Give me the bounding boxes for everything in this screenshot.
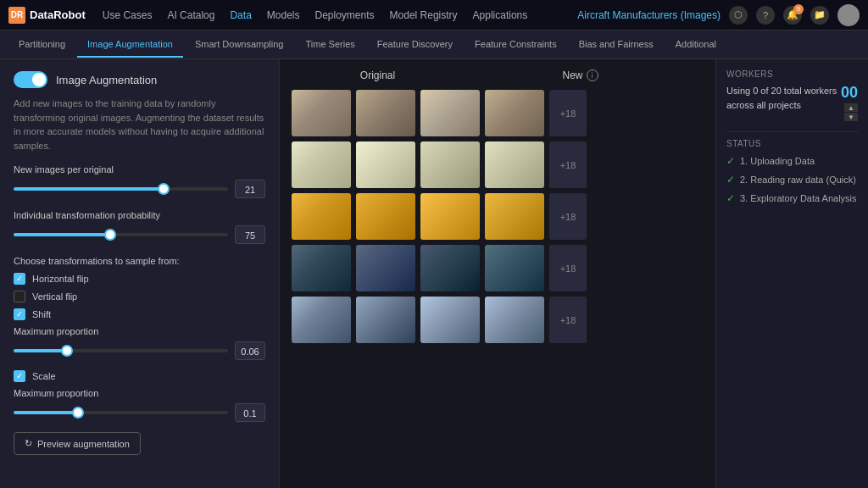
status-check-2: ✓ bbox=[726, 174, 735, 186]
new-images-group: New images per original 21 bbox=[14, 164, 265, 198]
new-image-5-3 bbox=[485, 297, 544, 343]
individual-prob-label: Individual transformation probability bbox=[14, 210, 265, 220]
nav-applications[interactable]: Applications bbox=[473, 9, 528, 21]
status-label-1: 1. Uploading Data bbox=[740, 156, 815, 166]
new-image-3-1 bbox=[356, 193, 415, 240]
individual-prob-fill bbox=[14, 233, 110, 236]
workers-down-arrow[interactable]: ▼ bbox=[844, 113, 858, 121]
left-panel: Image Augmentation Add new images to the… bbox=[0, 59, 280, 488]
nav-items: Use Cases AI Catalog Data Models Deploym… bbox=[103, 9, 578, 21]
check-icon: ✓ bbox=[16, 274, 23, 283]
logo-icon: DR bbox=[8, 7, 25, 24]
tab-partitioning[interactable]: Partitioning bbox=[8, 32, 75, 58]
status-section-label: STATUS bbox=[726, 139, 858, 148]
preview-btn-label: Preview augmentation bbox=[37, 439, 130, 449]
individual-prob-slider[interactable] bbox=[14, 233, 228, 236]
plus-badge-1: +18 bbox=[549, 90, 587, 136]
vertical-flip-label: Vertical flip bbox=[32, 291, 77, 302]
logo-text: DataRobot bbox=[30, 8, 86, 21]
individual-prob-thumb[interactable] bbox=[104, 229, 116, 241]
tab-feature-constraints[interactable]: Feature Constraints bbox=[465, 32, 567, 58]
shift-max-value[interactable]: 0.06 bbox=[235, 341, 265, 360]
nav-model-registry[interactable]: Model Registry bbox=[390, 9, 458, 21]
preview-augmentation-button[interactable]: ↻ Preview augmentation bbox=[14, 432, 141, 455]
scale-checkbox[interactable]: ✓ bbox=[14, 370, 25, 382]
shift-max-slider-row: 0.06 bbox=[14, 341, 265, 360]
new-images-thumb[interactable] bbox=[158, 183, 170, 195]
grid-header-original: Original bbox=[295, 69, 460, 81]
new-images-value[interactable]: 21 bbox=[235, 180, 265, 198]
grid-header: Original New i bbox=[292, 69, 704, 81]
nav-use-cases[interactable]: Use Cases bbox=[103, 9, 153, 21]
individual-prob-value[interactable]: 75 bbox=[235, 225, 265, 244]
nav-data[interactable]: Data bbox=[230, 9, 251, 21]
scale-check-icon: ✓ bbox=[16, 372, 23, 380]
center-panel: Original New i +18 +18 bbox=[280, 59, 715, 488]
vertical-flip-row: Vertical flip bbox=[14, 291, 265, 302]
new-image-1-2 bbox=[420, 90, 480, 136]
new-image-4-1 bbox=[356, 245, 415, 291]
scale-max-fill bbox=[14, 411, 78, 414]
tab-image-augmentation[interactable]: Image Augmentation bbox=[77, 32, 183, 58]
shift-label: Shift bbox=[32, 309, 51, 319]
tab-bar: Partitioning Image Augmentation Smart Do… bbox=[0, 30, 868, 59]
avatar[interactable] bbox=[837, 4, 860, 26]
shift-checkbox[interactable]: ✓ bbox=[14, 308, 25, 320]
image-row-5: +18 bbox=[292, 297, 704, 343]
nav-deployments[interactable]: Deployments bbox=[315, 9, 375, 21]
original-image-1 bbox=[292, 90, 351, 136]
scale-max-group: Maximum proportion 0.1 bbox=[14, 388, 265, 422]
scale-max-slider[interactable] bbox=[14, 411, 228, 414]
new-images-slider-row: 21 bbox=[14, 180, 265, 198]
project-name[interactable]: Aircraft Manufacturers (Images) bbox=[577, 9, 721, 21]
toggle-row: Image Augmentation bbox=[14, 71, 265, 88]
nav-models[interactable]: Models bbox=[267, 9, 300, 21]
notification-badge: 9 bbox=[793, 4, 804, 14]
tab-bias-fairness[interactable]: Bias and Fairness bbox=[569, 32, 664, 58]
image-row-4: +18 bbox=[292, 245, 704, 291]
scale-max-label: Maximum proportion bbox=[14, 388, 265, 398]
plus-badge-4: +18 bbox=[549, 245, 587, 291]
status-label-3: 3. Exploratory Data Analysis bbox=[740, 193, 857, 203]
horizontal-flip-row: ✓ Horizontal flip bbox=[14, 273, 265, 285]
new-images-fill bbox=[14, 187, 164, 191]
logo[interactable]: DR DataRobot bbox=[8, 7, 86, 24]
scale-max-slider-row: 0.1 bbox=[14, 403, 265, 422]
tab-smart-downsampling[interactable]: Smart Downsampling bbox=[185, 32, 294, 58]
shift-check-icon: ✓ bbox=[16, 310, 23, 319]
tab-additional[interactable]: Additional bbox=[665, 32, 726, 58]
original-image-2 bbox=[292, 141, 351, 188]
original-image-5 bbox=[292, 297, 351, 343]
horizontal-flip-checkbox[interactable]: ✓ bbox=[14, 273, 25, 285]
right-panel: WORKERS Using 0 of 20 total workers acro… bbox=[715, 59, 868, 488]
plus-badge-2: +18 bbox=[549, 141, 587, 188]
vertical-flip-checkbox[interactable] bbox=[14, 291, 25, 302]
individual-prob-slider-row: 75 bbox=[14, 225, 265, 244]
workers-count-value: 00 bbox=[841, 84, 858, 102]
scale-max-value[interactable]: 0.1 bbox=[235, 403, 265, 422]
scale-max-thumb[interactable] bbox=[72, 407, 84, 419]
workers-up-arrow[interactable]: ▲ bbox=[844, 103, 858, 112]
main-content: Image Augmentation Add new images to the… bbox=[0, 59, 868, 488]
tab-feature-discovery[interactable]: Feature Discovery bbox=[367, 32, 463, 58]
share-icon[interactable]: ⬡ bbox=[729, 6, 748, 25]
nav-ai-catalog[interactable]: AI Catalog bbox=[167, 9, 214, 21]
shift-max-slider[interactable] bbox=[14, 349, 228, 352]
new-images-slider[interactable] bbox=[14, 187, 228, 191]
new-image-2-2 bbox=[420, 141, 480, 188]
notification-icon[interactable]: 🔔 9 bbox=[783, 6, 802, 25]
new-image-3-2 bbox=[420, 193, 480, 240]
info-icon[interactable]: i bbox=[587, 69, 598, 81]
new-image-1-3 bbox=[485, 90, 544, 136]
folder-icon[interactable]: 📁 bbox=[810, 6, 829, 25]
tab-time-series[interactable]: Time Series bbox=[296, 32, 365, 58]
help-icon[interactable]: ? bbox=[756, 6, 775, 25]
shift-max-thumb[interactable] bbox=[61, 345, 73, 357]
toggle-knob bbox=[32, 73, 46, 86]
toggle-label: Image Augmentation bbox=[56, 74, 157, 86]
workers-description: Using 0 of 20 total workers across all p… bbox=[726, 84, 841, 112]
new-image-4-3 bbox=[485, 245, 544, 291]
new-image-3-3 bbox=[485, 193, 544, 240]
shift-max-label: Maximum proportion bbox=[14, 326, 265, 336]
augmentation-toggle[interactable] bbox=[14, 71, 47, 88]
